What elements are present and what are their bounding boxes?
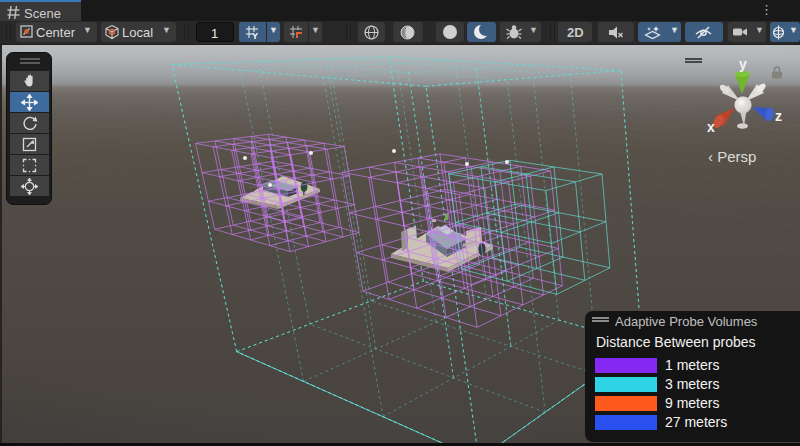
svg-text:Y: Y <box>252 31 258 40</box>
